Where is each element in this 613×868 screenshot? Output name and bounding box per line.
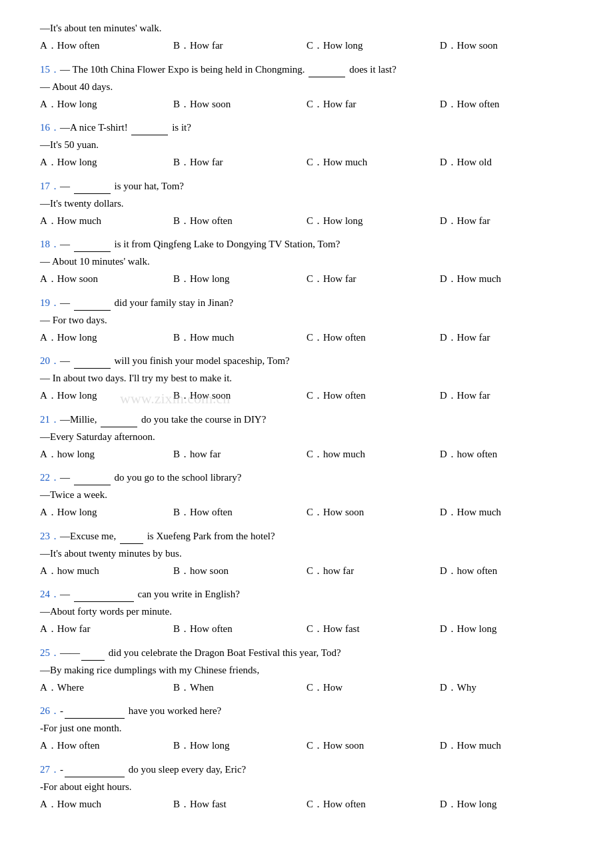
q27-options: A．How much B．How fast C．How often D．How …: [40, 796, 573, 813]
q25-options: A．Where B．When C．How D．Why: [40, 679, 573, 697]
q23-num: 23．: [40, 531, 60, 541]
q19-num: 19．: [40, 297, 60, 308]
q26-blank: [65, 718, 125, 719]
question-22: 22．— do you go to the school library? —T…: [40, 469, 573, 521]
q23-options: A．how much B．how soon C．how far D．how of…: [40, 563, 573, 580]
option-d: D．How soon: [440, 37, 573, 55]
question-18: 18．— is it from Qingfeng Lake to Dongyin…: [40, 236, 573, 288]
option-a: A．How often: [40, 37, 173, 55]
q17-num: 17．: [40, 181, 60, 191]
question-19: 19．— did your family stay in Jinan? — Fo…: [40, 295, 573, 347]
q26-options: A．How often B．How long C．How soon D．How …: [40, 737, 573, 755]
q16-blank: [131, 135, 168, 135]
q19-blank: [74, 310, 111, 311]
q21-num: 21．: [40, 414, 60, 425]
question-15: 15．— The 10th China Flower Expo is being…: [40, 61, 573, 113]
q15-blank: [308, 77, 345, 77]
q25-blank: [81, 660, 105, 661]
q26-num: 26．: [40, 705, 60, 716]
q21-blank: [101, 427, 137, 427]
q20-options: A．How long B．How soon C．How often D．How …: [40, 387, 573, 405]
q25-num: 25．: [40, 647, 60, 658]
page-content: —It's about ten minutes' walk. A．How oft…: [40, 20, 573, 813]
q22-blank: [74, 485, 111, 485]
question-16: 16．—A nice T-shirt! is it? —It's 50 yuan…: [40, 119, 573, 171]
q19-options: A．How long B．How much C．How often D．How …: [40, 329, 573, 347]
question-23: 23．—Excuse me, is Xuefeng Park from the …: [40, 528, 573, 580]
question-26: 26．- have you worked here? -For just one…: [40, 703, 573, 755]
option-b: B．How far: [173, 37, 306, 55]
question-24: 24．— can you write in English? —About fo…: [40, 586, 573, 638]
q18-num: 18．: [40, 239, 60, 249]
q15-options: A．How long B．How soon C．How far D．How of…: [40, 96, 573, 113]
q20-num: 20．: [40, 355, 60, 366]
q18-blank: [74, 251, 111, 252]
q22-options: A．How long B．How often C．How soon D．How …: [40, 504, 573, 521]
q15-num: 15．: [40, 64, 60, 75]
q24-options: A．How far B．How often C．How fast D．How l…: [40, 621, 573, 638]
option-c: C．How long: [306, 37, 440, 55]
q16-options: A．How long B．How far C．How much D．How ol…: [40, 154, 573, 171]
intro-options: A．How often B．How far C．How long D．How s…: [40, 37, 573, 55]
q17-options: A．How much B．How often C．How long D．How …: [40, 213, 573, 230]
intro-block: —It's about ten minutes' walk. A．How oft…: [40, 20, 573, 55]
question-25: 25．—— did you celebrate the Dragon Boat …: [40, 645, 573, 697]
question-20: 20．— will you finish your model spaceshi…: [40, 353, 573, 405]
q16-num: 16．: [40, 122, 60, 133]
q23-blank: [120, 543, 143, 544]
q18-options: A．How soon B．How long C．How far D．How mu…: [40, 271, 573, 288]
q27-num: 27．: [40, 764, 60, 775]
q22-num: 22．: [40, 472, 60, 483]
q24-num: 24．: [40, 589, 60, 599]
q24-blank: [74, 601, 134, 602]
q21-options: A．how long B．how far C．how much D．how of…: [40, 446, 573, 463]
intro-answer: —It's about ten minutes' walk.: [40, 20, 573, 36]
question-17: 17．— is your hat, Tom? —It's twenty doll…: [40, 178, 573, 230]
q17-blank: [74, 193, 111, 194]
q27-blank: [65, 777, 125, 777]
question-21: 21．—Millie, do you take the course in DI…: [40, 411, 573, 463]
question-27: 27．- do you sleep every day, Eric? -For …: [40, 761, 573, 813]
q20-blank: [74, 368, 111, 369]
